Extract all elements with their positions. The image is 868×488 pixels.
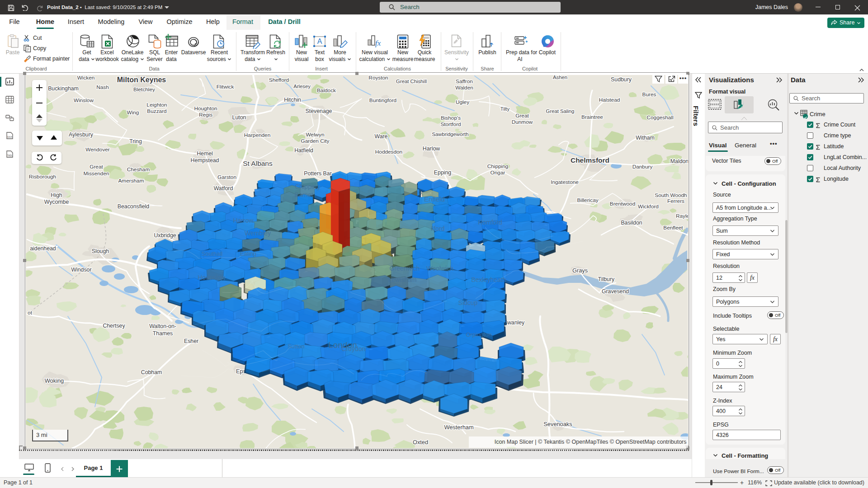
svg-text:Woking: Woking [45, 377, 64, 384]
svg-text:DAX: DAX [7, 136, 13, 138]
svg-text:Southall: Southall [202, 250, 223, 257]
svg-text:Harrow: Harrow [233, 217, 254, 224]
svg-text:Oxted: Oxted [413, 439, 428, 446]
svg-text:Rayle: Rayle [676, 213, 688, 219]
svg-text:Buzzard: Buzzard [147, 108, 166, 114]
svg-text:Ongar: Ongar [491, 169, 505, 176]
svg-text:Hemel: Hemel [197, 150, 213, 157]
svg-text:Beaconsfield: Beaconsfield [118, 203, 150, 210]
svg-text:Chesham: Chesham [127, 166, 150, 173]
svg-text:Wendover: Wendover [85, 146, 110, 153]
svg-text:Baldock: Baldock [317, 87, 336, 94]
svg-text:Orpington: Orpington [466, 331, 491, 338]
svg-text:Chipping: Chipping [487, 163, 509, 169]
svg-text:Ugley: Ugley [456, 99, 469, 105]
svg-text:Watford: Watford [214, 185, 233, 192]
svg-text:Bletchley: Bletchley [133, 86, 155, 93]
svg-text:Sutton: Sutton [288, 343, 305, 350]
svg-text:Flitwick: Flitwick [217, 84, 234, 90]
svg-text:Gravesend: Gravesend [602, 288, 629, 295]
svg-text:Maldon: Maldon [670, 158, 688, 164]
svg-text:Wicken: Wicken [77, 75, 95, 81]
svg-text:ot: ot [28, 310, 33, 316]
svg-text:Wembley: Wembley [245, 230, 271, 237]
svg-text:Milton Keynes: Milton Keynes [117, 76, 166, 84]
svg-text:Halstead: Halstead [599, 97, 620, 103]
svg-text:Welwyn: Welwyn [306, 131, 324, 138]
svg-text:Cobham: Cobham [141, 369, 162, 375]
svg-text:Harpenden: Harpenden [244, 132, 270, 138]
svg-text:Woolwich: Woolwich [426, 265, 453, 272]
svg-text:Grays: Grays [572, 267, 588, 274]
svg-text:Tring: Tring [129, 138, 142, 145]
svg-text:Hatfield: Hatfield [294, 147, 313, 154]
svg-text:London: London [328, 340, 357, 350]
svg-text:Hounslow: Hounslow [198, 274, 226, 281]
svg-text:Leighton: Leighton [146, 102, 167, 108]
svg-text:Potters Bar: Potters Bar [304, 170, 332, 177]
svg-text:Witham: Witham [636, 135, 655, 141]
svg-text:A: A [317, 38, 322, 45]
svg-text:Great Chishill: Great Chishill [396, 79, 427, 84]
svg-text:Ware: Ware [375, 133, 388, 140]
svg-text:Thames: Thames [153, 330, 173, 337]
svg-text:Ashen: Ashen [553, 75, 567, 80]
svg-text:Walton-on-: Walton-on- [149, 323, 176, 329]
svg-text:Buckingham: Buckingham [48, 85, 79, 92]
svg-text:Barnet: Barnet [294, 191, 313, 198]
svg-text:Tilty: Tilty [500, 106, 510, 112]
svg-text:Westerham: Westerham [444, 424, 473, 431]
svg-text:South Woodh: South Woodh [655, 192, 687, 198]
svg-text:Ealing: Ealing [240, 250, 256, 257]
svg-text:Esher: Esher [184, 338, 198, 344]
svg-text:Sawbridgeworth: Sawbridgeworth [432, 131, 468, 137]
svg-text:Risborough: Risborough [29, 174, 56, 180]
svg-text:Great: Great [515, 113, 529, 119]
svg-text:Sudbury: Sudbury [611, 76, 632, 83]
svg-text:Romford: Romford [478, 219, 502, 226]
svg-text:Slough: Slough [92, 248, 109, 254]
svg-text:Stortford: Stortford [440, 121, 461, 127]
svg-text:Uxbridge: Uxbridge [154, 232, 176, 239]
svg-text:Dunmow: Dunmow [512, 119, 533, 125]
svg-text:Windsor: Windsor [71, 267, 91, 273]
svg-text:Aylesbury: Aylesbury [69, 131, 94, 138]
svg-text:Greenwich: Greenwich [390, 265, 420, 272]
svg-text:Missenden: Missenden [83, 170, 109, 177]
svg-text:Stevenage: Stevenage [306, 108, 332, 114]
svg-text:Amersham: Amersham [118, 178, 144, 184]
svg-text:Ilford: Ilford [430, 225, 444, 232]
svg-text:Bures: Bures [642, 91, 656, 98]
svg-text:Walden: Walden [455, 84, 473, 91]
svg-text:Wickford: Wickford [638, 203, 659, 210]
svg-text:Buntingford: Buntingford [369, 97, 396, 103]
svg-text:fx: fx [375, 39, 381, 47]
svg-text:Shefford: Shefford [269, 77, 289, 83]
svg-text:Hempstead: Hempstead [191, 157, 219, 164]
svg-text:Great Saling: Great Saling [546, 108, 575, 114]
svg-text:Chelmsford: Chelmsford [571, 156, 609, 164]
svg-text:Saffron: Saffron [456, 78, 473, 84]
svg-text:Garden City: Garden City [301, 138, 330, 144]
svg-text:High: High [51, 192, 62, 198]
svg-text:Royston: Royston [368, 75, 388, 81]
svg-text:Chertsey: Chertsey [103, 323, 125, 329]
svg-text:Hitchin: Hitchin [284, 97, 301, 103]
svg-text:Braintree: Braintree [581, 114, 603, 120]
svg-text:Winslow: Winslow [74, 97, 94, 103]
svg-text:Billericay: Billericay [577, 197, 598, 203]
svg-text:Wycombe: Wycombe [44, 199, 69, 205]
svg-text:Wing: Wing [127, 109, 139, 116]
svg-text:TMDL: TMDL [7, 155, 13, 157]
svg-text:St Albans: St Albans [243, 160, 273, 167]
svg-text:Harlow: Harlow [423, 145, 440, 152]
svg-text:Epping: Epping [434, 169, 451, 176]
svg-text:Coggeshall: Coggeshall [646, 114, 673, 121]
svg-text:Sevenoaks: Sevenoaks [543, 421, 572, 427]
svg-text:Brentwood: Brentwood [610, 201, 635, 207]
svg-text:Ferrers: Ferrers [667, 198, 684, 204]
svg-text:Basildon: Basildon [621, 220, 642, 226]
svg-text:Nash: Nash [96, 84, 109, 90]
svg-text:Tilbury: Tilbury [598, 276, 615, 282]
svg-text:Bexleyheath: Bexleyheath [471, 276, 506, 283]
